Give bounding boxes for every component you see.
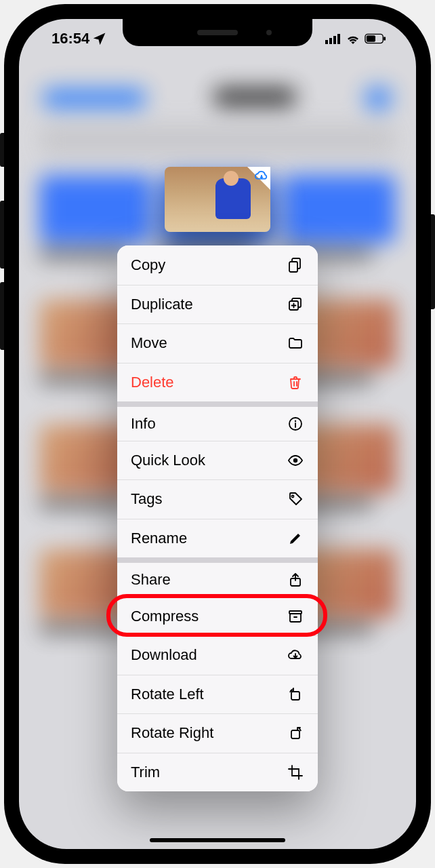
- menu-item-info[interactable]: Info: [117, 401, 318, 441]
- menu-item-label: Compress: [131, 608, 199, 625]
- svg-rect-0: [325, 40, 328, 44]
- menu-item-label: Share: [131, 571, 171, 589]
- phone-screen: 16:54: [19, 19, 416, 849]
- menu-item-label: Rotate Left: [131, 686, 204, 703]
- menu-item-duplicate[interactable]: Duplicate: [117, 285, 318, 324]
- menu-item-label: Rotate Right: [131, 724, 213, 742]
- menu-item-rotateright[interactable]: Rotate Right: [117, 713, 318, 753]
- menu-item-label: Duplicate: [131, 296, 193, 313]
- archivebox-icon: [287, 608, 304, 625]
- cloud-download-status-icon: [254, 168, 269, 186]
- svg-rect-2: [333, 36, 336, 44]
- menu-item-trim[interactable]: Trim: [117, 753, 318, 792]
- cloud-download-icon: [287, 646, 304, 664]
- phone-frame: 16:54: [4, 4, 431, 864]
- menu-item-copy[interactable]: Copy: [117, 245, 318, 285]
- menu-item-download[interactable]: Download: [117, 635, 318, 675]
- menu-item-label: Delete: [131, 374, 174, 391]
- battery-icon: [365, 33, 386, 44]
- menu-item-rotateleft[interactable]: Rotate Left: [117, 675, 318, 714]
- rotate-left-icon: [287, 686, 304, 703]
- menu-item-delete[interactable]: Delete: [117, 363, 318, 402]
- tag-icon: [287, 490, 304, 508]
- pencil-icon: [287, 530, 304, 547]
- context-menu: CopyDuplicateMoveDeleteInfoQuick LookTag…: [117, 245, 318, 791]
- trash-icon: [287, 374, 304, 391]
- location-icon: [94, 33, 106, 45]
- rotate-right-icon: [287, 724, 304, 742]
- svg-rect-6: [384, 37, 386, 41]
- menu-item-label: Tags: [131, 490, 162, 508]
- folder-icon: [287, 334, 304, 352]
- file-preview-thumbnail[interactable]: [165, 167, 270, 232]
- status-bar: 16:54: [19, 28, 416, 49]
- eye-icon: [287, 452, 304, 469]
- menu-item-tags[interactable]: Tags: [117, 479, 318, 519]
- plus-square-on-square-icon: [287, 296, 304, 313]
- menu-item-label: Move: [131, 334, 167, 352]
- menu-item-label: Trim: [131, 764, 160, 781]
- menu-item-label: Quick Look: [131, 452, 205, 469]
- menu-item-label: Rename: [131, 530, 187, 547]
- menu-item-label: Copy: [131, 256, 165, 274]
- svg-rect-5: [367, 35, 375, 41]
- svg-rect-1: [329, 38, 332, 44]
- crop-icon: [287, 764, 304, 781]
- menu-item-quicklook[interactable]: Quick Look: [117, 441, 318, 480]
- menu-item-move[interactable]: Move: [117, 323, 318, 363]
- wifi-icon: [346, 33, 360, 44]
- doc-on-doc-icon: [287, 256, 304, 274]
- menu-item-label: Download: [131, 646, 197, 664]
- share-icon: [287, 571, 304, 589]
- menu-item-compress[interactable]: Compress: [117, 597, 318, 636]
- svg-rect-3: [337, 34, 340, 44]
- menu-item-rename[interactable]: Rename: [117, 519, 318, 558]
- menu-item-label: Info: [131, 415, 156, 433]
- menu-item-share[interactable]: Share: [117, 557, 318, 597]
- info-circle-icon: [287, 415, 304, 433]
- cellular-icon: [325, 33, 341, 44]
- home-indicator[interactable]: [150, 838, 285, 842]
- status-time: 16:54: [51, 30, 89, 47]
